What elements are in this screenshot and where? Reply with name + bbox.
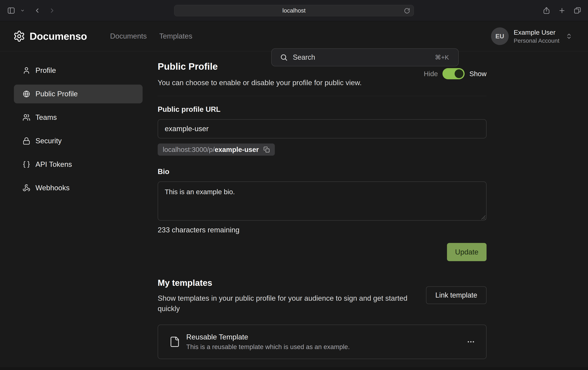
globe-icon	[22, 90, 30, 98]
public-profile-settings: Public Profile You can choose to enable …	[158, 51, 486, 370]
sidebar-item-label: API Tokens	[35, 160, 72, 169]
webhook-icon	[22, 184, 30, 192]
back-button-icon[interactable]	[34, 7, 41, 14]
share-icon[interactable]	[543, 7, 550, 14]
profile-url-preview: localhost:3000/p/ example-user	[158, 144, 275, 156]
file-icon	[169, 336, 180, 348]
visibility-toggle-row: Hide Show	[424, 68, 486, 79]
template-card: Reusable Template This is a reusable tem…	[158, 325, 486, 359]
window-bottom-edge	[0, 367, 588, 370]
sidebar-item-teams[interactable]: Teams	[14, 108, 143, 127]
hide-label: Hide	[424, 70, 438, 78]
bio-label: Bio	[158, 168, 169, 176]
brand[interactable]: Documenso	[13, 30, 87, 42]
sidebar-item-public-profile[interactable]: Public Profile	[14, 85, 143, 103]
lock-icon	[22, 137, 30, 145]
new-tab-icon[interactable]	[558, 7, 566, 14]
profile-visibility-toggle[interactable]	[442, 68, 465, 79]
link-template-button[interactable]: Link template	[426, 286, 486, 304]
copy-icon[interactable]	[263, 146, 270, 153]
bio-textarea[interactable]: This is an example bio.	[158, 182, 486, 221]
reload-icon[interactable]	[404, 8, 410, 14]
template-name: Reusable Template	[186, 333, 350, 341]
characters-remaining: 233 characters remaining	[158, 226, 240, 234]
avatar: EU	[491, 27, 509, 45]
show-label: Show	[469, 70, 486, 78]
chevron-down-icon[interactable]	[20, 8, 25, 13]
page-title: Public Profile	[158, 61, 218, 72]
braces-icon	[22, 161, 30, 168]
sidebar-item-webhooks[interactable]: Webhooks	[14, 179, 143, 197]
sidebar-item-profile[interactable]: Profile	[14, 61, 143, 80]
public-profile-url-input[interactable]	[158, 119, 486, 138]
update-button[interactable]: Update	[447, 243, 486, 261]
documenso-logo-icon	[13, 30, 25, 42]
settings-sidebar: Profile Public Profile Teams Security AP…	[14, 61, 143, 202]
tab-overview-icon[interactable]	[574, 7, 581, 14]
user-name: Example User	[514, 29, 559, 36]
profile-url-prefix: localhost:3000/p/	[163, 146, 215, 154]
app-header: Documenso Documents Templates Search ⌘+K…	[0, 21, 588, 51]
nav-templates[interactable]: Templates	[159, 32, 192, 40]
section-divider	[158, 96, 486, 96]
toggle-knob	[455, 69, 463, 78]
brand-name: Documenso	[30, 30, 87, 42]
users-icon	[22, 113, 30, 121]
user-account-type: Personal Account	[514, 37, 559, 44]
user-icon	[22, 67, 30, 74]
my-templates-title: My templates	[158, 278, 212, 288]
sidebar-item-label: Teams	[35, 113, 57, 122]
nav-documents[interactable]: Documents	[110, 32, 147, 40]
my-templates-description: Show templates in your public profile fo…	[158, 293, 418, 314]
forward-button-icon[interactable]	[49, 7, 56, 14]
sidebar-toggle-icon[interactable]	[7, 6, 15, 15]
sidebar-item-label: Webhooks	[35, 184, 70, 192]
page-subtitle: You can choose to enable or disable your…	[158, 79, 362, 87]
template-description: This is a reusable template which is use…	[186, 343, 350, 351]
sidebar-item-api-tokens[interactable]: API Tokens	[14, 155, 143, 174]
chevrons-up-down-icon	[566, 33, 572, 40]
sidebar-item-label: Profile	[35, 66, 56, 75]
sidebar-item-label: Security	[35, 137, 62, 145]
browser-chrome: localhost	[0, 0, 588, 21]
account-menu[interactable]: EU Example User Personal Account	[491, 21, 572, 51]
sidebar-item-label: Public Profile	[35, 90, 78, 98]
profile-url-slug: example-user	[215, 146, 259, 154]
public-profile-url-label: Public profile URL	[158, 105, 220, 113]
url-bar[interactable]: localhost	[174, 5, 414, 16]
ellipsis-menu-icon[interactable]	[467, 338, 475, 346]
avatar-initials: EU	[495, 33, 504, 40]
sidebar-item-security[interactable]: Security	[14, 132, 143, 150]
main-nav: Documents Templates	[110, 32, 192, 40]
url-text: localhost	[283, 7, 305, 14]
